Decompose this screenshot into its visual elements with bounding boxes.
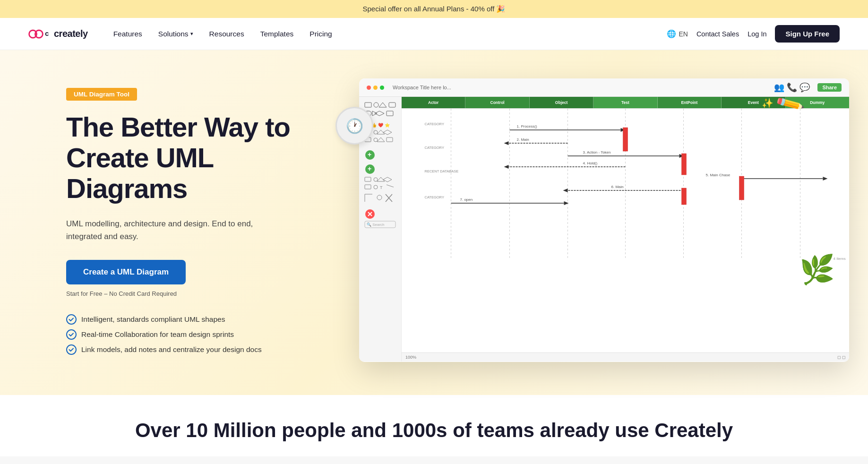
diagram-preview: Workspace Title here lo... 👥 📞 💬 Share — [359, 78, 849, 362]
svg-text:+: + — [368, 165, 371, 172]
svg-text:🔍 Search: 🔍 Search — [367, 222, 385, 227]
svg-text:3. Action - Token: 3. Action - Token — [583, 150, 611, 155]
sequence-diagram-svg: 1. Process() 2. Main 3. Action - Token — [402, 109, 849, 260]
svg-rect-64 — [739, 176, 744, 200]
actor-test: Test — [593, 97, 657, 108]
close-dot — [367, 86, 371, 90]
diagram-bottom-toolbar: 100% ◻ ◻ — [402, 352, 849, 361]
svg-marker-67 — [563, 189, 568, 192]
nav-right: 🌐 EN Contact Sales Log In Sign Up Free — [667, 25, 840, 43]
feature-text-2: Real-time Collaboration for team design … — [81, 330, 234, 339]
hero-title: The Better Way to Create UML Diagrams — [66, 112, 340, 204]
svg-text:6. Main: 6. Main — [611, 185, 624, 189]
svg-text:7. open: 7. open — [460, 198, 473, 202]
svg-rect-23 — [387, 137, 393, 142]
svg-point-32 — [374, 185, 378, 189]
svg-rect-50 — [623, 128, 628, 151]
share-button[interactable]: Share — [817, 83, 842, 92]
svg-rect-68 — [682, 188, 687, 205]
zoom-info: 100% — [405, 355, 416, 360]
hero-cta-button[interactable]: Create a UML Diagram — [66, 260, 186, 284]
actor-entpoint: EntPoint — [658, 97, 722, 108]
nav-templates[interactable]: Templates — [254, 26, 301, 42]
lang-label: EN — [679, 30, 688, 38]
svg-text:4. Hold(): 4. Hold() — [583, 161, 598, 165]
hero-right: 🕐 ✨ ✏️ Workspace Title here lo... 👥 📞 💬 … — [350, 88, 821, 324]
svg-point-5 — [67, 345, 76, 354]
sequence-diagram: Actor Control Object Test EntPoint Event… — [402, 97, 849, 361]
svg-rect-31 — [365, 185, 371, 189]
diagram-status: ◻ ◻ — [837, 355, 845, 360]
feature-item-2: Real-time Collaboration for team design … — [66, 329, 340, 340]
svg-text:1. Process(): 1. Process() — [517, 124, 537, 129]
nav-links: Features Solutions ▾ Resources Templates… — [107, 26, 667, 42]
nav-pricing[interactable]: Pricing — [303, 26, 338, 42]
logo-link[interactable]: c creately — [28, 27, 88, 41]
hero-free-note: Start for Free – No Credit Card Required — [66, 290, 340, 297]
check-icon-1 — [66, 314, 77, 325]
svg-point-36 — [377, 195, 382, 200]
svg-text:4 Items: 4 Items — [834, 257, 846, 260]
banner-text: Special offer on all Annual Plans - 40% … — [363, 5, 506, 13]
svg-point-21 — [374, 138, 378, 142]
svg-point-7 — [374, 103, 378, 107]
svg-point-29 — [374, 178, 378, 181]
check-icon-3 — [66, 344, 77, 355]
signup-button[interactable]: Sign Up Free — [775, 25, 840, 43]
svg-marker-60 — [504, 165, 509, 169]
svg-marker-53 — [504, 141, 509, 145]
nav-resources[interactable]: Resources — [203, 26, 251, 42]
maximize-dot — [380, 86, 384, 90]
feature-text-1: Intelligent, standards compliant UML sha… — [81, 315, 225, 324]
hero-badge: UML Diagram Tool — [66, 88, 137, 101]
nav-features[interactable]: Features — [107, 26, 149, 42]
svg-point-3 — [67, 315, 76, 324]
svg-marker-63 — [823, 177, 828, 180]
svg-marker-22 — [377, 137, 385, 142]
feature-item-3: Link models, add notes and centralize yo… — [66, 344, 340, 355]
svg-text:T: T — [380, 185, 383, 190]
deco-clock: 🕐 — [335, 107, 373, 145]
svg-text:+: + — [368, 151, 371, 158]
feature-text-3: Link models, add notes and centralize yo… — [81, 345, 262, 354]
check-icon-2 — [66, 329, 77, 340]
diagram-toolbar: Workspace Title here lo... 👥 📞 💬 Share — [359, 78, 849, 97]
deco-plant: 🌿 — [799, 253, 835, 286]
svg-text:❤️: ❤️ — [378, 122, 384, 128]
nav-solutions[interactable]: Solutions ▾ — [152, 26, 200, 42]
bottom-section: Over 10 Million people and 1000s of team… — [0, 395, 868, 456]
svg-point-18 — [374, 130, 378, 134]
actor-actor: Actor — [402, 97, 465, 108]
svg-marker-8 — [379, 103, 387, 107]
svg-rect-9 — [389, 103, 395, 107]
contact-sales-link[interactable]: Contact Sales — [696, 30, 739, 38]
hero-content: UML Diagram Tool The Better Way to Creat… — [0, 50, 868, 383]
language-selector[interactable]: 🌐 EN — [667, 29, 688, 38]
hero-features-list: Intelligent, standards compliant UML sha… — [66, 314, 340, 355]
navbar: c creately Features Solutions ▾ Resource… — [0, 18, 868, 50]
diagram-body: 🔴 👍 ❤️ ⭐ — [359, 97, 849, 361]
top-banner: Special offer on all Annual Plans - 40% … — [0, 0, 868, 18]
feature-item-1: Intelligent, standards compliant UML sha… — [66, 314, 340, 325]
svg-text:CATEGORY: CATEGORY — [425, 195, 444, 199]
globe-icon: 🌐 — [667, 29, 676, 38]
actor-object: Object — [530, 97, 593, 108]
svg-text:c: c — [45, 30, 49, 37]
svg-rect-28 — [365, 177, 371, 181]
svg-rect-57 — [682, 154, 687, 175]
hero-section: UML Diagram Tool The Better Way to Creat… — [0, 50, 868, 456]
svg-text:RECENT DATABASE: RECENT DATABASE — [425, 169, 459, 173]
actor-control: Control — [465, 97, 529, 108]
logo-text: creately — [54, 28, 88, 39]
bottom-title: Over 10 Million people and 1000s of team… — [28, 419, 840, 442]
login-link[interactable]: Log In — [748, 30, 766, 38]
svg-text:⭐: ⭐ — [385, 122, 390, 128]
minimize-dot — [373, 86, 378, 90]
svg-text:CATEGORY: CATEGORY — [425, 122, 444, 126]
svg-point-4 — [67, 330, 76, 339]
window-controls — [367, 86, 384, 90]
svg-text:5. Main  Chase: 5. Main Chase — [706, 173, 730, 177]
svg-rect-6 — [365, 103, 371, 107]
chevron-down-icon: ▾ — [190, 31, 193, 37]
svg-text:CATEGORY: CATEGORY — [425, 146, 444, 150]
